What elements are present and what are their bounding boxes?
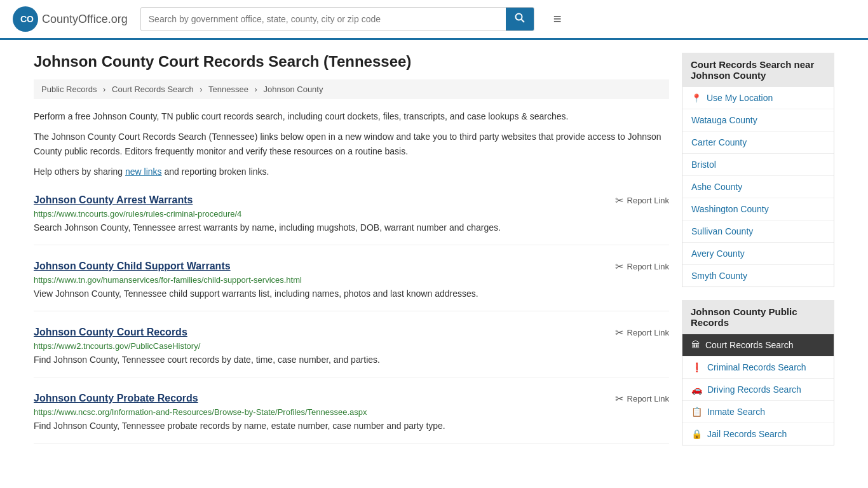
sidebar-nearby-item: Watauga County	[682, 109, 834, 132]
report-icon: ✂	[615, 327, 623, 339]
sidebar-public-link[interactable]: 🔒Jail Records Search	[682, 423, 834, 445]
breadcrumb-tennessee[interactable]: Tennessee	[208, 85, 248, 94]
report-label: Report Link	[627, 196, 669, 205]
breadcrumb-public-records[interactable]: Public Records	[41, 85, 97, 94]
report-label: Report Link	[627, 394, 669, 403]
sidebar-nearby-item: Sullivan County	[682, 220, 834, 243]
sidebar-nearby-item: Smyth County	[682, 265, 834, 287]
record-item: Johnson County Arrest Warrants ✂ Report …	[34, 194, 669, 245]
report-icon: ✂	[615, 393, 623, 405]
sidebar-nearby-item: 📍Use My Location	[682, 87, 834, 109]
sidebar-nearby-item: Washington County	[682, 198, 834, 220]
report-link[interactable]: ✂ Report Link	[615, 261, 669, 273]
records-container: Johnson County Arrest Warrants ✂ Report …	[34, 194, 669, 444]
sidebar-public-link[interactable]: 📋Inmate Search	[682, 401, 834, 423]
sidebar-nearby-item: Bristol	[682, 154, 834, 176]
public-item-icon: 🏛	[691, 340, 700, 350]
record-title[interactable]: Johnson County Court Records	[34, 327, 187, 338]
report-link[interactable]: ✂ Report Link	[615, 393, 669, 405]
nearby-item-label: Smyth County	[691, 271, 747, 281]
main-container: Johnson County Court Records Search (Ten…	[21, 40, 847, 471]
record-title[interactable]: Johnson County Probate Records	[34, 393, 198, 404]
breadcrumb-sep-3: ›	[255, 85, 257, 94]
new-links-link[interactable]: new links	[125, 166, 162, 177]
public-item-label: Court Records Search	[705, 340, 794, 350]
nearby-item-label: Watauga County	[691, 115, 757, 125]
sidebar-nearby-link[interactable]: Bristol	[682, 154, 834, 175]
report-link[interactable]: ✂ Report Link	[615, 194, 669, 207]
nearby-list: 📍Use My LocationWatauga CountyCarter Cou…	[682, 87, 834, 287]
description-3: Help others by sharing new links and rep…	[34, 165, 669, 179]
sidebar-public-item: 🔒Jail Records Search	[682, 423, 834, 445]
breadcrumb-sep-2: ›	[200, 85, 202, 94]
sidebar-public-item: 🏛Court Records Search	[682, 334, 834, 356]
search-button[interactable]	[506, 8, 534, 30]
record-desc: Find Johnson County, Tennessee court rec…	[34, 353, 669, 367]
public-item-icon: 🚗	[691, 384, 702, 395]
breadcrumb-johnson-county[interactable]: Johnson County	[264, 85, 323, 94]
record-url[interactable]: https://www.tncourts.gov/rules/rules-cri…	[34, 209, 669, 219]
nearby-item-label: Carter County	[691, 137, 747, 147]
sidebar-public-link[interactable]: 🚗Driving Records Search	[682, 379, 834, 400]
breadcrumb-court-records[interactable]: Court Records Search	[112, 85, 194, 94]
nearby-item-label: Washington County	[691, 204, 769, 214]
sidebar-public-link[interactable]: 🏛Court Records Search	[682, 334, 834, 356]
record-header: Johnson County Probate Records ✂ Report …	[34, 393, 669, 405]
report-icon: ✂	[615, 194, 623, 207]
record-url[interactable]: https://www.tn.gov/humanservices/for-fam…	[34, 275, 669, 285]
sidebar-nearby-item: Carter County	[682, 132, 834, 154]
location-icon: 📍	[691, 93, 702, 103]
report-icon: ✂	[615, 261, 623, 273]
report-link[interactable]: ✂ Report Link	[615, 327, 669, 339]
public-item-label: Driving Records Search	[707, 384, 801, 395]
sidebar: Court Records Search near Johnson County…	[682, 53, 834, 458]
content-area: Johnson County Court Records Search (Ten…	[34, 53, 669, 458]
record-header: Johnson County Court Records ✂ Report Li…	[34, 327, 669, 339]
svg-text:CO: CO	[20, 14, 34, 24]
record-desc: View Johnson County, Tennessee child sup…	[34, 287, 669, 301]
logo-suffix: .org	[108, 13, 128, 25]
menu-icon[interactable]: ≡	[553, 11, 562, 27]
nearby-item-label: Avery County	[691, 248, 745, 259]
header: CO CountyOffice.org ≡	[0, 0, 868, 40]
sidebar-public-title: Johnson County Public Records	[682, 300, 834, 334]
public-item-icon: 📋	[691, 407, 702, 417]
record-item: Johnson County Child Support Warrants ✂ …	[34, 261, 669, 311]
public-list: 🏛Court Records Search❗Criminal Records S…	[682, 334, 834, 445]
sidebar-nearby-link[interactable]: Carter County	[682, 132, 834, 153]
sidebar-nearby-link[interactable]: Washington County	[682, 198, 834, 220]
record-desc: Find Johnson County, Tennessee probate r…	[34, 419, 669, 433]
sidebar-nearby-link[interactable]: Watauga County	[682, 109, 834, 131]
nearby-item-label: Bristol	[691, 159, 716, 170]
logo-text: CountyOffice.org	[42, 13, 128, 26]
desc3-prefix: Help others by sharing	[34, 166, 125, 177]
svg-point-2	[515, 14, 522, 20]
sidebar-nearby-link[interactable]: Avery County	[682, 243, 834, 264]
sidebar-nearby-item: Ashe County	[682, 176, 834, 198]
svg-line-3	[521, 20, 524, 23]
logo-area: CO CountyOffice.org	[13, 6, 128, 32]
report-label: Report Link	[627, 328, 669, 337]
record-url[interactable]: https://www.ncsc.org/Information-and-Res…	[34, 407, 669, 417]
sidebar-nearby-link[interactable]: Smyth County	[682, 265, 834, 287]
public-item-icon: ❗	[691, 362, 702, 372]
sidebar-nearby-link[interactable]: Ashe County	[682, 176, 834, 198]
sidebar-public-link[interactable]: ❗Criminal Records Search	[682, 356, 834, 378]
sidebar-nearby-title: Court Records Search near Johnson County	[682, 53, 834, 87]
sidebar-nearby-section: Court Records Search near Johnson County…	[682, 53, 834, 287]
report-label: Report Link	[627, 262, 669, 271]
record-title[interactable]: Johnson County Arrest Warrants	[34, 194, 193, 206]
public-item-label: Inmate Search	[707, 407, 765, 417]
record-url[interactable]: https://www2.tncourts.gov/PublicCaseHist…	[34, 341, 669, 351]
public-item-label: Criminal Records Search	[707, 362, 806, 372]
description-2: The Johnson County Court Records Search …	[34, 130, 669, 158]
record-header: Johnson County Arrest Warrants ✂ Report …	[34, 194, 669, 207]
nearby-item-label: Ashe County	[691, 182, 742, 192]
sidebar-public-item: 🚗Driving Records Search	[682, 379, 834, 401]
sidebar-nearby-link[interactable]: 📍Use My Location	[682, 87, 834, 109]
sidebar-nearby-link[interactable]: Sullivan County	[682, 220, 834, 242]
breadcrumb: Public Records › Court Records Search › …	[34, 79, 669, 99]
search-input[interactable]	[141, 9, 506, 29]
record-title[interactable]: Johnson County Child Support Warrants	[34, 261, 231, 272]
record-item: Johnson County Court Records ✂ Report Li…	[34, 327, 669, 377]
